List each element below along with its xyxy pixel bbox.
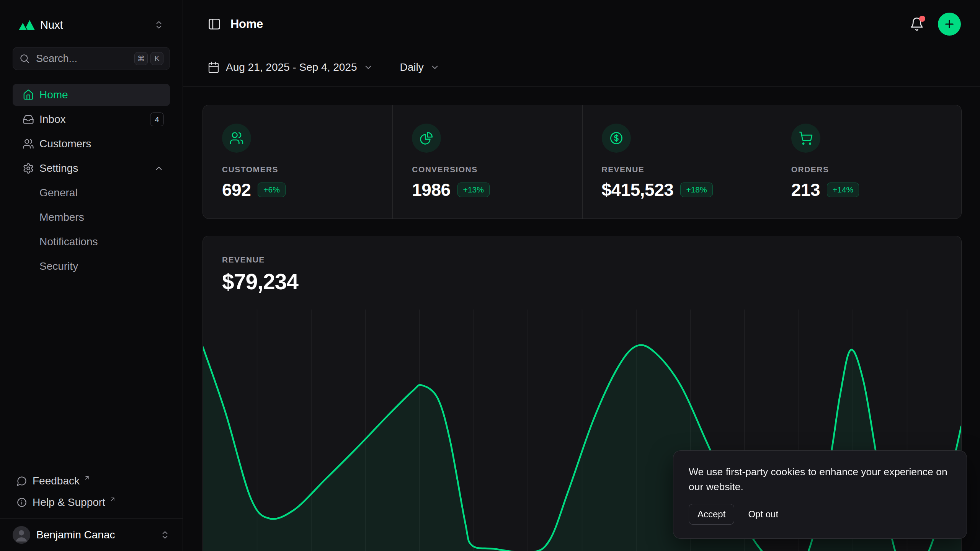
chevron-up-icon bbox=[154, 163, 164, 173]
stat-value: $415,523 bbox=[602, 179, 674, 200]
granularity-select[interactable]: Daily bbox=[400, 61, 440, 73]
stat-label: ORDERS bbox=[791, 165, 942, 174]
stat-delta-badge: +18% bbox=[680, 183, 712, 197]
stat-value: 692 bbox=[222, 179, 251, 200]
calendar-icon bbox=[207, 61, 220, 73]
stat-delta-badge: +6% bbox=[258, 183, 286, 197]
stat-value: 1986 bbox=[412, 179, 450, 200]
chevron-down-icon bbox=[430, 62, 440, 72]
feedback-link[interactable]: Feedback bbox=[13, 470, 170, 492]
users-icon bbox=[23, 138, 34, 150]
stat-label: REVENUE bbox=[602, 165, 753, 174]
dollar-circle-icon bbox=[602, 124, 631, 153]
chat-bubble-icon bbox=[16, 476, 27, 486]
chart-pie-icon bbox=[412, 124, 441, 153]
nav-label-home: Home bbox=[39, 89, 68, 101]
user-menu[interactable]: Benjamin Canac bbox=[0, 518, 183, 551]
stat-card-orders[interactable]: ORDERS 213 +14% bbox=[772, 105, 961, 218]
page-title: Home bbox=[230, 17, 263, 31]
kbd-k-key: K bbox=[150, 52, 163, 65]
cookie-message: We use first-party cookies to enhance yo… bbox=[689, 465, 951, 494]
chevron-up-down-icon bbox=[160, 530, 170, 540]
user-avatar bbox=[13, 526, 30, 544]
workspace-name: Nuxt bbox=[40, 19, 63, 31]
inbox-count-badge: 4 bbox=[150, 112, 164, 126]
nav-label-settings: Settings bbox=[39, 162, 78, 174]
filters-toolbar: Aug 21, 2025 - Sep 4, 2025 Daily bbox=[183, 48, 980, 87]
stat-card-customers[interactable]: CUSTOMERS 692 +6% bbox=[203, 105, 392, 218]
nav-label-inbox: Inbox bbox=[39, 113, 66, 126]
feedback-label: Feedback bbox=[33, 475, 80, 487]
nuxt-logo-icon bbox=[19, 19, 35, 31]
stat-delta-badge: +13% bbox=[457, 183, 490, 197]
sidebar-item-members[interactable]: Members bbox=[13, 206, 170, 228]
inbox-icon bbox=[23, 114, 34, 125]
sidebar-item-security[interactable]: Security bbox=[13, 255, 170, 277]
external-link-icon bbox=[83, 474, 90, 481]
header-actions bbox=[910, 13, 961, 36]
stat-card-conversions[interactable]: CONVERSIONS 1986 +13% bbox=[392, 105, 582, 218]
sidebar-item-settings[interactable]: Settings bbox=[13, 157, 170, 179]
panel-toggle-icon[interactable] bbox=[207, 17, 221, 31]
sidebar-footer: Feedback Help & Support bbox=[13, 470, 170, 518]
revenue-chart-label: REVENUE bbox=[222, 255, 942, 264]
sidebar-nav: Home Inbox 4 Customers Settings bbox=[13, 84, 170, 280]
date-range-label: Aug 21, 2025 - Sep 4, 2025 bbox=[226, 61, 357, 73]
cookie-actions: Accept Opt out bbox=[689, 504, 951, 525]
sidebar-item-inbox[interactable]: Inbox 4 bbox=[13, 108, 170, 130]
sidebar-item-general[interactable]: General bbox=[13, 182, 170, 204]
stat-label: CUSTOMERS bbox=[222, 165, 373, 174]
nav-label-customers: Customers bbox=[39, 138, 91, 150]
add-button[interactable] bbox=[938, 13, 961, 36]
accept-button[interactable]: Accept bbox=[689, 504, 734, 525]
stat-value: 213 bbox=[791, 179, 820, 200]
home-icon bbox=[23, 89, 34, 101]
external-link-icon bbox=[109, 496, 116, 503]
stat-card-revenue[interactable]: REVENUE $415,523 +18% bbox=[582, 105, 772, 218]
help-support-link[interactable]: Help & Support bbox=[13, 492, 170, 513]
search-placeholder: Search... bbox=[36, 53, 77, 65]
chevron-up-down-icon bbox=[154, 20, 164, 30]
sidebar-item-home[interactable]: Home bbox=[13, 84, 170, 106]
stats-grid: CUSTOMERS 692 +6% CONVERSIONS 1986 +13% bbox=[203, 105, 962, 219]
user-name: Benjamin Canac bbox=[36, 529, 115, 541]
chevron-down-icon bbox=[363, 62, 373, 72]
notification-dot bbox=[919, 16, 925, 22]
shopping-cart-icon bbox=[791, 124, 820, 153]
search-icon bbox=[19, 53, 30, 64]
help-support-label: Help & Support bbox=[33, 496, 105, 509]
stat-label: CONVERSIONS bbox=[412, 165, 563, 174]
date-range-picker[interactable]: Aug 21, 2025 - Sep 4, 2025 bbox=[207, 61, 373, 73]
granularity-label: Daily bbox=[400, 61, 424, 73]
workspace-selector[interactable]: Nuxt bbox=[13, 13, 170, 37]
page-header: Home bbox=[183, 0, 980, 48]
kbd-meta-key: ⌘ bbox=[134, 52, 148, 65]
info-circle-icon bbox=[16, 497, 27, 508]
search-input[interactable]: Search... ⌘ K bbox=[13, 47, 170, 70]
sidebar-item-notifications[interactable]: Notifications bbox=[13, 231, 170, 253]
opt-out-button[interactable]: Opt out bbox=[748, 509, 778, 520]
sidebar: Nuxt Search... ⌘ K Home bbox=[0, 0, 183, 551]
gear-icon bbox=[23, 163, 34, 174]
notifications-button[interactable] bbox=[910, 17, 924, 31]
cookie-banner: We use first-party cookies to enhance yo… bbox=[673, 450, 967, 539]
stat-delta-badge: +14% bbox=[827, 183, 859, 197]
search-shortcut: ⌘ K bbox=[134, 52, 163, 65]
users-icon bbox=[222, 124, 251, 153]
revenue-chart-total: $79,234 bbox=[222, 269, 942, 294]
sidebar-item-customers[interactable]: Customers bbox=[13, 133, 170, 155]
